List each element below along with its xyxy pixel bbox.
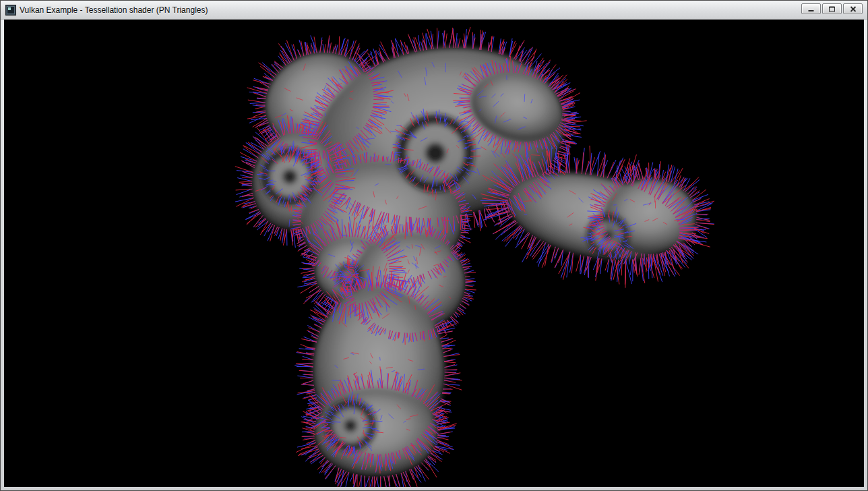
window-title: Vulkan Example - Tessellation shader (PN… [20, 5, 208, 15]
app-icon[interactable] [5, 5, 16, 16]
title-bar[interactable]: Vulkan Example - Tessellation shader (PN… [1, 1, 867, 20]
app-icon-image [5, 5, 16, 16]
maximize-icon [828, 6, 836, 12]
model-render [4, 20, 864, 487]
minimize-button[interactable] [801, 3, 821, 14]
close-icon [850, 6, 857, 12]
app-window: Vulkan Example - Tessellation shader (PN… [0, 0, 868, 491]
close-button[interactable] [843, 3, 863, 14]
window-controls [801, 3, 863, 14]
render-viewport[interactable] [4, 20, 864, 487]
minimize-icon [807, 6, 815, 12]
maximize-button[interactable] [822, 3, 842, 14]
